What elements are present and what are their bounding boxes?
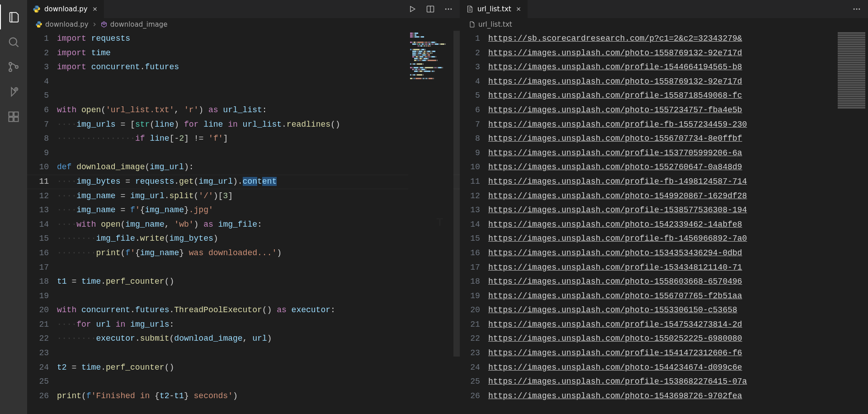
svg-rect-5 xyxy=(9,112,13,116)
svg-rect-6 xyxy=(9,117,13,121)
left-tab-bar: download.py xyxy=(27,0,460,18)
more-actions-icon[interactable] xyxy=(443,4,453,14)
close-icon[interactable] xyxy=(515,5,522,13)
breadcrumb-file[interactable]: download.py xyxy=(35,20,89,29)
right-editor-body[interactable]: 1234567891011121314151617181920212223242… xyxy=(460,31,868,414)
more-actions-icon[interactable] xyxy=(852,4,862,14)
breadcrumb-file-label: url_list.txt xyxy=(478,20,512,29)
svg-point-0 xyxy=(9,38,17,45)
tab-url-list[interactable]: url_list.txt xyxy=(460,0,528,18)
right-editor-pane: url_list.txt url_list.txt xyxy=(460,0,868,414)
activity-bar xyxy=(0,0,27,414)
tab-download-py[interactable]: download.py xyxy=(27,0,104,18)
svg-point-14 xyxy=(856,9,858,10)
left-gutter: 1234567891011121314151617181920212223242… xyxy=(27,31,57,414)
svg-point-10 xyxy=(445,9,447,10)
python-file-icon xyxy=(33,5,41,13)
svg-rect-7 xyxy=(14,117,18,121)
breadcrumb[interactable]: download.py download_image xyxy=(27,18,460,31)
left-tab-actions xyxy=(407,0,460,18)
left-code[interactable]: import requestsimport timeimport concurr… xyxy=(57,31,460,414)
minimap-right[interactable] xyxy=(836,31,868,117)
left-editor-body[interactable]: 1234567891011121314151617181920212223242… xyxy=(27,31,460,414)
left-editor-pane: download.py xyxy=(27,0,460,414)
split-editor-icon[interactable] xyxy=(425,4,435,14)
breadcrumb-file[interactable]: url_list.txt xyxy=(468,20,512,29)
source-control-icon[interactable] xyxy=(0,54,27,79)
right-tab-actions xyxy=(852,0,868,18)
tab-label: download.py xyxy=(44,5,88,13)
text-file-icon xyxy=(466,5,474,13)
search-icon[interactable] xyxy=(0,29,27,54)
debug-icon[interactable] xyxy=(0,79,27,104)
right-code[interactable]: https://sb.scorecardresearch.com/p?c1=2&… xyxy=(488,31,868,414)
chevron-right-icon xyxy=(91,21,98,28)
breadcrumb-right[interactable]: url_list.txt xyxy=(460,18,868,31)
breadcrumb-file-label: download.py xyxy=(45,20,89,29)
svg-point-12 xyxy=(450,9,452,10)
breadcrumb-symbol[interactable]: download_image xyxy=(100,20,168,29)
app-root: download.py xyxy=(0,0,868,414)
left-scrollbar[interactable] xyxy=(453,31,460,414)
right-tab-bar: url_list.txt xyxy=(460,0,868,18)
extensions-icon[interactable] xyxy=(0,104,27,129)
explorer-icon[interactable] xyxy=(0,5,27,29)
svg-point-1 xyxy=(9,62,12,65)
svg-point-2 xyxy=(9,69,12,71)
tab-label: url_list.txt xyxy=(477,5,511,13)
svg-point-15 xyxy=(859,9,860,10)
right-gutter: 1234567891011121314151617181920212223242… xyxy=(460,31,488,414)
text-stack-marker: T xyxy=(434,215,446,230)
scroll-thumb[interactable] xyxy=(453,31,460,357)
svg-point-11 xyxy=(448,9,449,10)
editor-split: download.py xyxy=(27,0,868,414)
breadcrumb-symbol-label: download_image xyxy=(110,20,168,29)
close-icon[interactable] xyxy=(91,5,99,13)
svg-point-13 xyxy=(854,9,855,10)
run-icon[interactable] xyxy=(407,4,417,14)
svg-rect-8 xyxy=(14,112,18,116)
